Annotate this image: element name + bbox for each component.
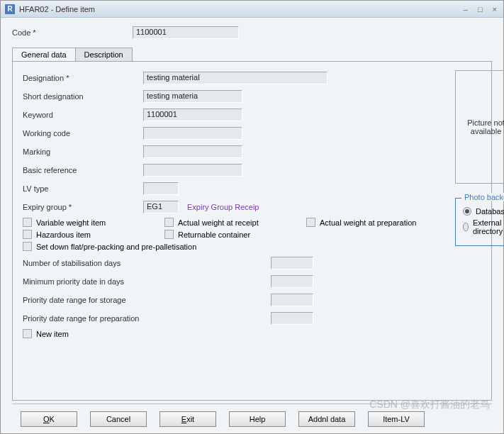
ok-rest: K — [50, 415, 55, 423]
short-designation-label: Short designation — [23, 92, 143, 101]
expiry-group-label: Expiry group * — [23, 203, 143, 211]
new-item-row: New item — [23, 329, 448, 338]
button-bar: OK Cancel Exit Help Addnl data Item-LV — [12, 404, 492, 433]
database-radio[interactable] — [463, 207, 471, 216]
check-row-1: Variable weight item Actual weight at re… — [23, 218, 448, 227]
check-row-2: Hazardous item Returnable container — [23, 230, 448, 239]
right-column: Picture not available Photo backup Datab… — [455, 70, 504, 341]
external-radio-label: External directory — [473, 218, 504, 235]
working-code-input[interactable] — [143, 127, 242, 140]
photo-backup-fieldset: Photo backup Database External directory — [455, 198, 504, 246]
designation-label: Designation * — [23, 74, 143, 82]
ok-button[interactable]: OK — [21, 411, 77, 427]
actual-weight-receipt-label: Actual weight at receipt — [178, 218, 259, 227]
setdown-label: Set down flat/pre-packing and pre-pallet… — [36, 243, 196, 251]
hazardous-checkbox[interactable] — [23, 230, 32, 239]
form-area: Designation *testing material Short desi… — [23, 70, 481, 341]
designation-input[interactable]: testing material — [143, 72, 327, 84]
keyword-label: Keyword — [23, 111, 143, 119]
priority-storage-label: Priority date range for storage — [23, 296, 164, 304]
check-row-3: Set down flat/pre-packing and pre-pallet… — [23, 242, 448, 251]
tab-general-data[interactable]: General data — [12, 48, 76, 62]
priority-storage-input[interactable] — [271, 294, 313, 306]
actual-weight-prep-label: Actual weight at preparation — [320, 218, 416, 227]
maximize-icon[interactable]: □ — [476, 5, 485, 13]
item-lv-button[interactable]: Item-LV — [368, 411, 425, 427]
priority-prep-label: Priority date range for preparation — [23, 314, 164, 323]
basic-reference-input[interactable] — [143, 164, 242, 177]
external-radio[interactable] — [463, 223, 469, 231]
help-button[interactable]: Help — [229, 411, 286, 427]
addnl-data-button[interactable]: Addnl data — [298, 411, 355, 427]
marking-input[interactable] — [143, 145, 242, 158]
left-column: Designation *testing material Short desi… — [23, 70, 448, 341]
titlebar: R HFAR02 - Define item – □ × — [1, 1, 503, 18]
photo-backup-legend: Photo backup — [461, 193, 504, 201]
app-icon: R — [5, 4, 15, 14]
window-controls: – □ × — [461, 5, 499, 13]
picture-placeholder: Picture not available — [456, 118, 504, 135]
expiry-group-input[interactable]: EG1 — [143, 201, 179, 213]
marking-label: Marking — [23, 148, 143, 156]
hazardous-label: Hazardous item — [36, 230, 91, 239]
code-label: Code * — [12, 28, 133, 37]
lv-type-label: LV type — [23, 184, 143, 193]
working-code-label: Working code — [23, 129, 143, 138]
actual-weight-prep-checkbox[interactable] — [306, 218, 315, 227]
database-radio-label: Database — [476, 207, 504, 216]
actual-weight-receipt-checkbox[interactable] — [164, 218, 174, 227]
exit-rest: xit — [186, 415, 194, 423]
priority-prep-input[interactable] — [271, 312, 313, 325]
content-area: Code * 1100001 General data Description … — [1, 18, 503, 433]
code-row: Code * 1100001 — [12, 25, 492, 40]
variable-weight-label: Variable weight item — [36, 218, 106, 227]
app-window: R HFAR02 - Define item – □ × Code * 1100… — [0, 0, 504, 434]
picture-box: Picture not available — [455, 70, 504, 184]
new-item-label: New item — [36, 330, 69, 338]
tab-panel-general: Designation *testing material Short desi… — [12, 61, 492, 401]
returnable-checkbox[interactable] — [164, 230, 174, 239]
returnable-label: Returnable container — [178, 230, 250, 239]
lv-type-input[interactable] — [143, 182, 179, 195]
minimize-icon[interactable]: – — [461, 5, 470, 13]
basic-reference-label: Basic reference — [23, 166, 143, 174]
new-item-checkbox[interactable] — [23, 329, 32, 338]
keyword-input[interactable]: 1100001 — [143, 108, 242, 121]
variable-weight-checkbox[interactable] — [23, 218, 32, 227]
min-priority-label: Minimum priority date in days — [23, 277, 164, 286]
code-input[interactable]: 1100001 — [133, 26, 239, 39]
tabstrip: General data Description — [12, 48, 492, 62]
setdown-checkbox[interactable] — [23, 242, 32, 251]
expiry-group-desc: Expiry Group Receip — [187, 203, 259, 211]
window-title: HFAR02 - Define item — [19, 5, 461, 13]
exit-button[interactable]: Exit — [159, 411, 216, 427]
min-priority-input[interactable] — [271, 275, 313, 288]
cancel-button[interactable]: Cancel — [90, 411, 147, 427]
stabilisation-label: Number of stabilisation days — [23, 259, 164, 267]
stabilisation-input[interactable] — [271, 257, 313, 269]
short-designation-input[interactable]: testing materia — [143, 90, 242, 103]
tab-description[interactable]: Description — [75, 48, 133, 62]
close-icon[interactable]: × — [491, 5, 499, 13]
